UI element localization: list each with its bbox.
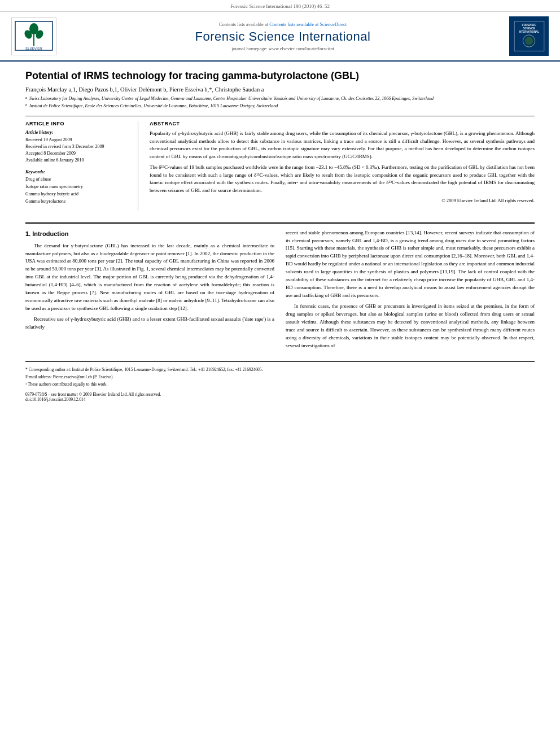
footnotes: * Corresponding author at: Institut de P…: [25, 366, 535, 388]
intro-right-para-1: recent and stable phenomenon among Europ…: [286, 229, 535, 300]
citation-text: Forensic Science International 198 (2010…: [230, 3, 330, 9]
footnote-equal: ¹ These authors contributed equally to t…: [25, 381, 535, 387]
svg-text:ELSEVIER: ELSEVIER: [25, 47, 42, 50]
article-content: Potential of IRMS technology for tracing…: [0, 62, 560, 413]
received-date: Received 19 August 2009: [25, 137, 129, 143]
sciencedirect-link[interactable]: Contents lists available at ScienceDirec…: [269, 21, 347, 27]
svg-text:INTERNATIONAL: INTERNATIONAL: [519, 30, 539, 33]
keyword-4: Gamma butyrolactone: [25, 198, 129, 206]
page-container: Forensic Science International 198 (2010…: [0, 0, 560, 413]
article-info-heading: ARTICLE INFO: [25, 121, 129, 126]
info-abstract-section: ARTICLE INFO Article history: Received 1…: [25, 121, 535, 211]
keyword-1: Drug of abuse: [25, 176, 129, 184]
available-date: Available online 6 January 2010: [25, 157, 129, 164]
intro-number: 1.: [25, 230, 30, 237]
aff-superscript-b: b: [25, 103, 27, 109]
body-left-column: 1. Introduction The demand for γ-butyrol…: [25, 229, 274, 353]
intro-title: Introduction: [32, 230, 68, 237]
elsevier-logo: ELSEVIER: [11, 18, 56, 55]
article-title: Potential of IRMS technology for tracing…: [25, 70, 535, 82]
journal-citation: Forensic Science International 198 (2010…: [0, 0, 560, 12]
history-label: Article history:: [25, 130, 129, 135]
journal-title: Forensic Science International: [62, 29, 504, 44]
journal-homepage: journal homepage: www.elsevier.com/locat…: [62, 46, 504, 51]
abstract-heading: ABSTRACT: [150, 121, 535, 126]
copyright-line: © 2009 Elsevier Ireland Ltd. All rights …: [150, 198, 535, 203]
keyword-2: Isotope ratio mass spectrometry: [25, 184, 129, 191]
intro-heading: 1. Introduction: [25, 229, 274, 239]
bottom-info: 0379-0738/$ – see front matter © 2009 El…: [25, 392, 535, 402]
affiliation-b: b Institut de Police Scientifique, Ecole…: [25, 103, 535, 109]
body-section: 1. Introduction The demand for γ-butyrol…: [25, 222, 535, 353]
abstract-para-1: Popularity of γ-hydroxybutyric acid (GHB…: [150, 130, 535, 160]
body-two-column: 1. Introduction The demand for γ-butyrol…: [25, 229, 535, 353]
affiliation-a: a Swiss Laboratory for Doping Analyses, …: [25, 95, 535, 102]
intro-para-2: Recreative use of γ-hydroxybutyric acid …: [25, 316, 274, 331]
header-divider: [25, 116, 535, 116]
keyword-3: Gamma hydroxy butyric acid: [25, 191, 129, 198]
footnote-star: * Corresponding author at: Institut de P…: [25, 366, 535, 373]
svg-point-12: [524, 37, 532, 45]
elsevier-logo-box: ELSEVIER: [11, 18, 56, 55]
authors-line: François Marclay a,1, Diego Pazos b,1, O…: [25, 86, 535, 93]
footer: * Corresponding author at: Institut de P…: [25, 361, 535, 388]
sciencedirect-text: Contents lists available at Contents lis…: [62, 21, 504, 27]
keywords-label: Keywords:: [25, 169, 129, 174]
affiliation-a-text: Swiss Laboratory for Doping Analyses, Un…: [29, 95, 434, 102]
affiliation-b-text: Institut de Police Scientifique, Ecole d…: [29, 103, 278, 109]
journal-badge: FORENSIC SCIENCE INTERNATIONAL: [509, 16, 549, 56]
abstract-column: ABSTRACT Popularity of γ-hydroxybutyric …: [150, 121, 535, 211]
affiliations: a Swiss Laboratory for Doping Analyses, …: [25, 95, 535, 109]
intro-right-para-2: In forensic cases, the presence of GHB o…: [286, 303, 535, 350]
issn-line: 0379-0738/$ – see front matter © 2009 El…: [25, 392, 535, 397]
keywords-list: Drug of abuse Isotope ratio mass spectro…: [25, 176, 129, 205]
article-history: Article history: Received 19 August 2009…: [25, 130, 129, 164]
svg-text:FORENSIC: FORENSIC: [522, 24, 536, 27]
keywords-section: Keywords: Drug of abuse Isotope ratio ma…: [25, 169, 129, 205]
header-center: Contents lists available at Contents lis…: [62, 21, 504, 51]
received-revised-date: Received in revised form 3 December 2009: [25, 143, 129, 150]
abstract-text: Popularity of γ-hydroxybutyric acid (GHB…: [150, 130, 535, 194]
article-info-column: ARTICLE INFO Article history: Received 1…: [25, 121, 138, 211]
journal-header: ELSEVIER Contents lists available at Con…: [0, 12, 560, 62]
aff-superscript-a: a: [25, 95, 27, 102]
abstract-para-2: The δ¹³C-values of 19 bulk samples purch…: [150, 164, 535, 194]
intro-para-1: The demand for γ-butyrolactone (GBL) has…: [25, 242, 274, 313]
footnote-email: E-mail address: Pierre.esseiva@unil.ch (…: [25, 374, 535, 380]
authors-text: François Marclay a,1, Diego Pazos b,1, O…: [25, 86, 264, 93]
doi-line: doi:10.1016/j.forsciint.2009.12.014: [25, 397, 535, 402]
body-right-column: recent and stable phenomenon among Europ…: [286, 229, 535, 353]
accepted-date: Accepted 8 December 2009: [25, 150, 129, 157]
svg-text:SCIENCE: SCIENCE: [523, 27, 535, 30]
